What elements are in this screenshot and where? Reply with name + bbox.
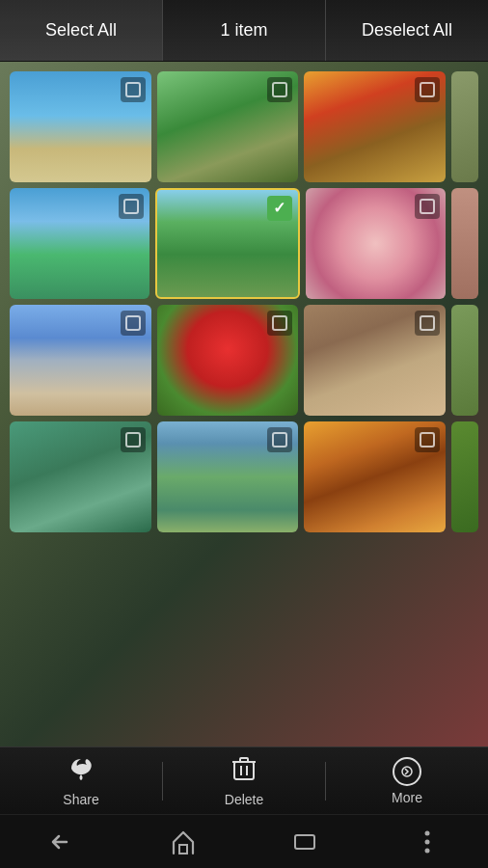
thumb-fallpath[interactable] [304,421,446,532]
back-button[interactable] [0,815,122,868]
gallery: ✓ [0,62,488,746]
delete-label: Delete [225,792,263,807]
more-icon-circle [393,757,421,786]
checkbox-autumn[interactable] [415,77,440,102]
gallery-row-2: ✓ [4,188,484,299]
thumb-redflower[interactable] [157,305,299,416]
nav-bar [0,814,488,868]
select-all-button[interactable]: Select All [0,0,162,61]
thumb-partial-3[interactable] [451,305,478,416]
svg-rect-6 [179,845,187,854]
checkbox-flower[interactable] [415,194,440,219]
svg-rect-7 [295,835,314,849]
item-count: 1 item [162,0,326,61]
checkbox-streamtree[interactable] [267,427,292,452]
thumb-boardwalk[interactable] [10,305,151,416]
checkbox-boardwalk[interactable] [121,311,146,336]
checkbox-greenpath[interactable] [267,77,292,102]
checkbox-inner-girl [420,315,435,331]
top-bar: Select All 1 item Deselect All [0,0,488,62]
thumb-streamtree[interactable] [157,421,299,532]
deselect-all-button[interactable]: Deselect All [326,0,488,61]
checkbox-inner-fallpath [420,432,435,448]
checkbox-fallpath[interactable] [415,427,440,452]
checkbox-inner-island [123,199,139,214]
thumb-girl[interactable] [304,305,446,416]
delete-button[interactable]: Delete [163,747,325,814]
more-label: More [392,790,422,805]
menu-button[interactable] [366,815,489,868]
home-button[interactable] [122,815,245,868]
recents-button[interactable] [244,815,366,868]
gallery-row-4 [4,421,484,532]
svg-point-10 [424,848,429,853]
checkbox-inner-boardwalk [125,315,141,331]
checkbox-inner-butterfly [125,432,141,448]
thumb-greenpath[interactable] [157,71,299,182]
thumb-partial-2[interactable] [451,188,478,299]
checkbox-inner-redflower [272,315,287,331]
thumb-partial-4[interactable] [451,421,478,532]
checkbox-girl[interactable] [415,311,440,336]
checkbox-inner-flower [420,199,435,214]
more-button[interactable]: More [326,747,488,814]
action-bar: Share Delete More [0,746,488,814]
checkbox-beach[interactable] [121,77,146,102]
svg-rect-0 [234,762,254,779]
svg-point-9 [424,839,429,844]
checkbox-greentree[interactable]: ✓ [267,196,292,221]
thumb-beach[interactable] [10,71,151,182]
gallery-row-3 [4,305,484,416]
gallery-row-1 [4,71,484,182]
svg-point-8 [424,830,429,835]
share-label: Share [63,792,98,807]
more-icon [393,757,421,786]
checkbox-inner-streamtree [272,432,287,448]
thumb-butterfly[interactable] [10,421,151,532]
checkbox-inner-autumn [420,82,435,97]
checkbox-redflower[interactable] [267,311,292,336]
share-button[interactable]: Share [0,747,162,814]
checkbox-butterfly[interactable] [121,427,146,452]
checkmark-greentree: ✓ [273,201,285,216]
thumb-island[interactable] [10,188,149,299]
thumb-greentree[interactable]: ✓ [155,188,299,299]
checkbox-inner-greenpath [272,82,287,97]
checkbox-inner-beach [125,82,141,97]
thumb-autumn[interactable] [304,71,446,182]
thumb-flower[interactable] [306,188,446,299]
thumb-partial-1[interactable] [451,71,478,182]
checkbox-island[interactable] [119,194,144,219]
delete-icon [232,755,256,788]
share-icon [68,755,95,788]
